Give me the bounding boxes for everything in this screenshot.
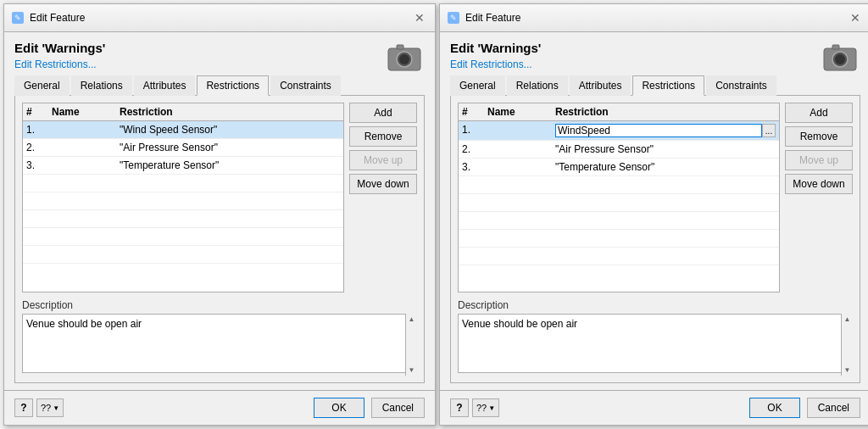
svg-text:✎: ✎ (450, 14, 457, 22)
action-buttons: AddRemoveMove upMove down (349, 103, 417, 292)
remove-button[interactable]: Remove (349, 126, 417, 147)
combo-arrow-icon: ▼ (53, 404, 59, 412)
table-row-empty (23, 228, 343, 246)
help-combo-icon: ?? (476, 403, 487, 413)
table-row-empty (23, 175, 343, 192)
table-row-empty (459, 194, 779, 212)
restriction-inline-input[interactable] (555, 124, 762, 137)
table-row[interactable]: 3."Temperature Sensor" (23, 157, 343, 175)
tab-attributes[interactable]: Attributes (134, 75, 196, 96)
description-scrollbar[interactable]: ▲ ▼ (841, 314, 853, 376)
help-button[interactable]: ? (14, 398, 33, 417)
table-row[interactable]: 2."Air Pressure Sensor" (459, 141, 779, 159)
description-label: Description (22, 299, 417, 311)
edit-restrictions-link[interactable]: Edit Restrictions... (14, 58, 97, 70)
header-area: Edit 'Warnings'Edit Restrictions... (14, 41, 425, 75)
tab-general[interactable]: General (14, 75, 70, 96)
table-row[interactable]: 3."Temperature Sensor" (459, 159, 779, 176)
move-up-button[interactable]: Move up (349, 150, 417, 170)
table-row[interactable]: 1.... (459, 121, 779, 141)
ok-button[interactable]: OK (314, 398, 364, 418)
table-row-empty (23, 210, 343, 228)
title-text: Edit Feature (465, 12, 520, 24)
tab-general[interactable]: General (450, 75, 505, 96)
scroll-up-arrow[interactable]: ▲ (843, 315, 853, 323)
header-area: Edit 'Warnings'Edit Restrictions... (450, 41, 860, 75)
table-row-empty (459, 176, 779, 194)
move-down-button[interactable]: Move down (785, 174, 853, 194)
title-bar: ✎ Edit Feature ✕ (440, 4, 868, 32)
row-name (487, 124, 555, 137)
dialog-body: Edit 'Warnings'Edit Restrictions... Gene… (440, 32, 868, 390)
scroll-down-arrow[interactable]: ▼ (843, 366, 853, 374)
col-header-0: # (462, 106, 487, 118)
row-name (487, 143, 555, 155)
close-button[interactable]: ✕ (847, 9, 864, 26)
title-bar-left: ✎ Edit Feature (11, 11, 85, 25)
action-buttons: AddRemoveMove upMove down (785, 103, 853, 292)
svg-rect-11 (832, 45, 839, 49)
row-restriction[interactable]: ... (555, 124, 776, 137)
row-num: 3. (462, 161, 487, 173)
tab-attributes[interactable]: Attributes (570, 75, 632, 96)
col-header-2: Restriction (555, 106, 776, 118)
title-bar: ✎ Edit Feature ✕ (4, 4, 435, 32)
scroll-down-arrow[interactable]: ▼ (407, 366, 417, 374)
close-button[interactable]: ✕ (411, 9, 428, 26)
tab-constraints[interactable]: Constraints (706, 75, 776, 96)
footer-right: OKCancel (314, 398, 425, 418)
dialog-left: ✎ Edit Feature ✕ Edit 'Warnings'Edit Res… (3, 3, 436, 426)
description-textarea[interactable] (22, 314, 417, 373)
table-row[interactable]: 1."Wind Speed Sensor" (23, 121, 343, 139)
tab-content: #NameRestriction1."Wind Speed Sensor"2."… (14, 96, 425, 383)
move-up-button[interactable]: Move up (785, 150, 853, 170)
edit-title: Edit 'Warnings' (14, 41, 105, 55)
cancel-button[interactable]: Cancel (807, 398, 860, 418)
table-row-empty (23, 192, 343, 210)
scroll-up-arrow[interactable]: ▲ (407, 315, 417, 323)
footer-left: ???▼ (450, 398, 499, 417)
table-row-empty (459, 230, 779, 248)
tabs: GeneralRelationsAttributesRestrictionsCo… (14, 75, 425, 96)
edit-restrictions-link[interactable]: Edit Restrictions... (450, 58, 532, 70)
restrictions-table: #NameRestriction1....2."Air Pressure Sen… (458, 103, 780, 292)
add-button[interactable]: Add (349, 103, 417, 123)
combo-arrow-icon: ▼ (488, 404, 495, 412)
table-header: #NameRestriction (459, 103, 779, 121)
tab-relations[interactable]: Relations (71, 75, 132, 96)
row-name (52, 124, 120, 136)
main-content: #NameRestriction1....2."Air Pressure Sen… (451, 96, 860, 299)
footer-right: OKCancel (749, 398, 860, 418)
app-icon: ✎ (447, 11, 460, 25)
row-restriction: "Wind Speed Sensor" (120, 124, 340, 136)
description-label: Description (458, 299, 853, 311)
edit-title: Edit 'Warnings' (450, 41, 541, 55)
camera-svg (387, 42, 422, 74)
dialog-body: Edit 'Warnings'Edit Restrictions... Gene… (4, 32, 435, 390)
description-section: Description ▲ ▼ (451, 299, 860, 382)
tab-relations[interactable]: Relations (507, 75, 568, 96)
col-header-1: Name (52, 106, 120, 118)
description-wrapper: ▲ ▼ (458, 314, 853, 376)
row-restriction: "Air Pressure Sensor" (120, 142, 340, 153)
row-restriction: "Air Pressure Sensor" (555, 143, 776, 155)
row-restriction: "Temperature Sensor" (555, 161, 776, 173)
description-textarea[interactable] (458, 314, 853, 373)
remove-button[interactable]: Remove (785, 126, 853, 147)
help-button[interactable]: ? (450, 398, 469, 417)
description-scrollbar[interactable]: ▲ ▼ (405, 314, 417, 376)
move-down-button[interactable]: Move down (349, 174, 417, 194)
title-bar-left: ✎ Edit Feature (447, 11, 520, 25)
tab-restrictions[interactable]: Restrictions (632, 75, 704, 96)
table-row[interactable]: 2."Air Pressure Sensor" (23, 139, 343, 157)
tab-constraints[interactable]: Constraints (270, 75, 341, 96)
camera-icon (384, 41, 425, 75)
tab-restrictions[interactable]: Restrictions (197, 75, 269, 96)
restriction-browse-button[interactable]: ... (762, 124, 776, 137)
help-combo-button[interactable]: ??▼ (36, 398, 64, 417)
cancel-button[interactable]: Cancel (371, 398, 425, 418)
add-button[interactable]: Add (785, 103, 853, 123)
help-combo-button[interactable]: ??▼ (472, 398, 499, 417)
ok-button[interactable]: OK (749, 398, 799, 418)
svg-text:✎: ✎ (14, 14, 21, 22)
